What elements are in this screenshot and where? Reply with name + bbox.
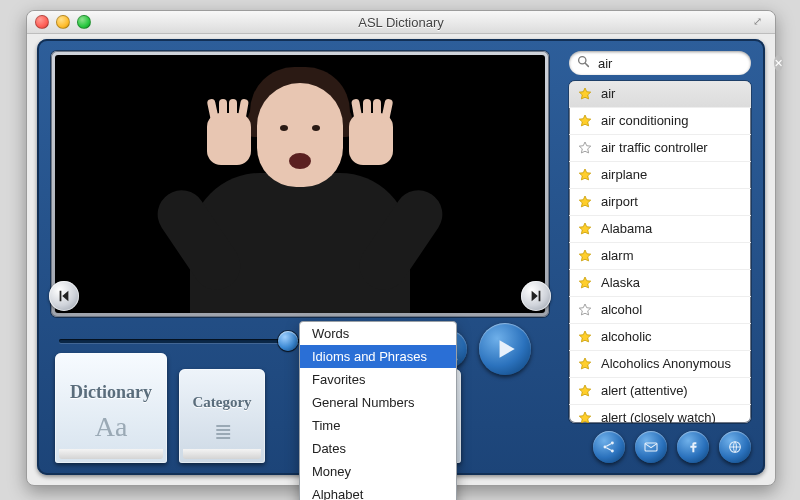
skip-back-icon [57,289,71,303]
minimize-window-button[interactable] [56,15,70,29]
result-row[interactable]: alcoholic [569,324,751,351]
result-label: alarm [601,249,634,264]
result-label: air traffic controller [601,141,708,156]
svg-point-2 [604,446,607,449]
facebook-button[interactable] [677,431,709,463]
star-filled-icon[interactable] [577,356,593,372]
result-row[interactable]: airport [569,189,751,216]
result-row[interactable]: Alaska [569,270,751,297]
result-row[interactable]: alert (closely watch) [569,405,751,423]
result-label: alert (attentive) [601,384,688,399]
category-title: Category [192,394,251,411]
result-label: alcoholic [601,330,652,345]
result-row[interactable]: air [569,81,751,108]
globe-icon [727,439,743,455]
result-label: Alabama [601,222,652,237]
search-input[interactable] [596,55,768,72]
star-filled-icon[interactable] [577,167,593,183]
skip-forward-icon [529,289,543,303]
dictionary-book-button[interactable]: Dictionary Aa [55,353,167,463]
svg-rect-5 [645,443,657,451]
star-outline-icon[interactable] [577,302,593,318]
result-label: alcohol [601,303,642,318]
slider-thumb[interactable] [278,331,298,351]
star-filled-icon[interactable] [577,194,593,210]
category-menu-item[interactable]: Time [300,414,456,437]
result-label: airplane [601,168,647,183]
svg-point-4 [611,450,614,453]
next-video-button[interactable] [521,281,551,311]
result-label: alert (closely watch) [601,411,716,423]
category-menu-item[interactable]: Words [300,322,456,345]
result-row[interactable]: alarm [569,243,751,270]
mail-icon [643,439,659,455]
result-row[interactable]: alert (attentive) [569,378,751,405]
titlebar: ASL Dictionary ⤢ [27,11,775,34]
category-menu-item[interactable]: Favorites [300,368,456,391]
category-menu-item[interactable]: Money [300,460,456,483]
star-filled-icon[interactable] [577,248,593,264]
share-buttons [593,431,751,463]
scrub-slider[interactable] [59,331,317,351]
result-row[interactable]: airplane [569,162,751,189]
video-player[interactable] [55,55,545,313]
result-row[interactable]: air traffic controller [569,135,751,162]
star-filled-icon[interactable] [577,86,593,102]
category-menu-item[interactable]: General Numbers [300,391,456,414]
result-label: Alaska [601,276,640,291]
category-menu-item[interactable]: Dates [300,437,456,460]
star-filled-icon[interactable] [577,275,593,291]
star-filled-icon[interactable] [577,221,593,237]
window-controls [35,15,91,29]
category-menu[interactable]: WordsIdioms and PhrasesFavoritesGeneral … [299,321,457,500]
email-button[interactable] [635,431,667,463]
result-row[interactable]: alcohol [569,297,751,324]
svg-point-3 [611,442,614,445]
star-filled-icon[interactable] [577,113,593,129]
signing-figure [135,55,465,313]
star-outline-icon[interactable] [577,140,593,156]
menu-pointer-icon [299,416,300,428]
window-title: ASL Dictionary [27,15,775,30]
app-panel: LOOP Dictionary Aa Category ≣ About [37,39,765,475]
zoom-window-button[interactable] [77,15,91,29]
fullscreen-icon[interactable]: ⤢ [753,15,767,29]
star-filled-icon[interactable] [577,329,593,345]
close-window-button[interactable] [35,15,49,29]
category-menu-item[interactable]: Idioms and Phrases [300,345,456,368]
list-icon: ≣ [214,419,230,445]
clear-search-button[interactable]: ✕ [774,55,783,71]
result-row[interactable]: Alabama [569,216,751,243]
facebook-icon [685,439,701,455]
dictionary-title: Dictionary [70,382,152,403]
result-row[interactable]: air conditioning [569,108,751,135]
web-button[interactable] [719,431,751,463]
play-button[interactable] [479,323,531,375]
app-window: ASL Dictionary ⤢ [26,10,776,486]
svg-line-1 [585,63,588,66]
share-icon [601,439,617,455]
dictionary-glyph: Aa [95,411,128,443]
category-menu-item[interactable]: Alphabet [300,483,456,500]
result-label: air conditioning [601,114,688,129]
search-icon [577,55,590,71]
result-label: Alcoholics Anonymous [601,357,731,372]
search-field[interactable]: ✕ [569,51,751,75]
previous-video-button[interactable] [49,281,79,311]
video-frame [51,51,549,317]
result-row[interactable]: Alcoholics Anonymous [569,351,751,378]
star-filled-icon[interactable] [577,383,593,399]
result-label: air [601,87,615,102]
play-icon [492,336,518,362]
star-filled-icon[interactable] [577,410,593,423]
share-button[interactable] [593,431,625,463]
category-book-button[interactable]: Category ≣ [179,369,265,463]
result-label: airport [601,195,638,210]
results-list[interactable]: airair conditioningair traffic controlle… [569,81,751,423]
